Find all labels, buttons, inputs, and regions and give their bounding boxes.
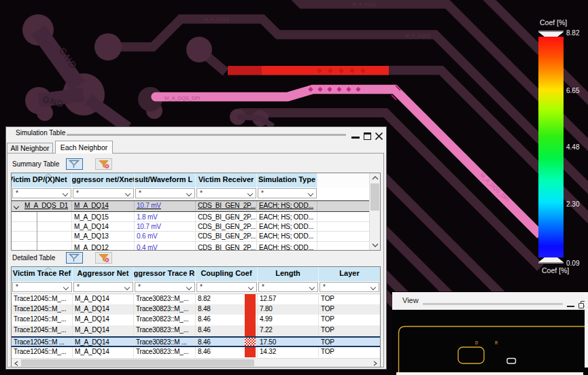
svg-text:D: D [475,340,478,346]
svg-text:M_A_DQS_DPI: M_A_DQS_DPI [165,95,201,101]
svg-text:R: R [495,340,498,346]
svg-text:M_A_DQ13: M_A_DQ13 [405,33,430,39]
svg-text:M_A_DQ11: M_A_DQ11 [352,2,377,7]
svg-text:M_A_DQ13: M_A_DQ13 [204,17,229,22]
